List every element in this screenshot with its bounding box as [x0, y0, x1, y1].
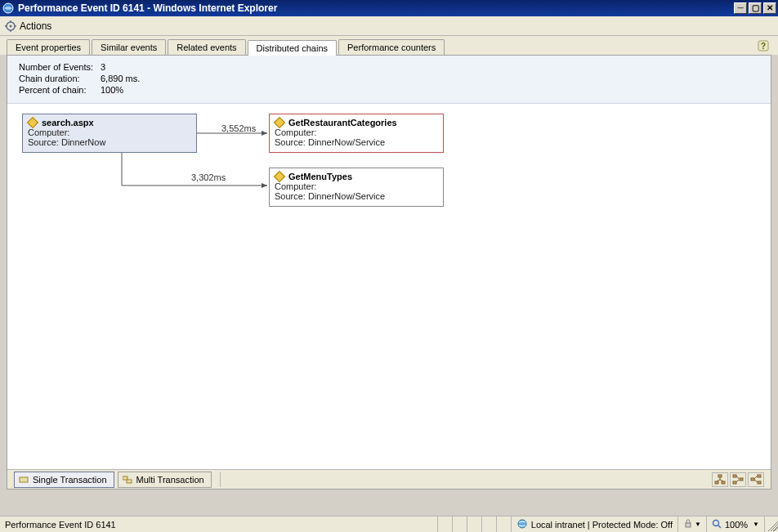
node-title: search.aspx [42, 118, 94, 127]
svg-line-25 [718, 525, 721, 528]
close-button[interactable]: ✕ [763, 2, 776, 14]
svg-rect-20 [758, 475, 761, 477]
status-slot-2 [453, 516, 467, 532]
view-toolbar: Single Transaction Multi Transaction [7, 469, 771, 489]
status-slot-1 [438, 516, 453, 532]
svg-rect-13 [718, 475, 722, 477]
chevron-down-icon: ▼ [753, 521, 759, 528]
maximize-button[interactable]: ▢ [749, 2, 762, 14]
svg-rect-18 [740, 478, 743, 481]
security-dropdown[interactable]: ▼ [678, 516, 707, 532]
svg-rect-14 [715, 481, 718, 484]
num-events-value: 3 [101, 62, 105, 72]
multi-transaction-icon [122, 474, 133, 485]
chain-summary: Number of Events: 3 Chain duration: 6,89… [7, 56, 771, 104]
svg-rect-10 [20, 477, 28, 482]
chain-arrows [7, 104, 771, 469]
tab-event-properties[interactable]: Event properties [7, 39, 90, 55]
single-transaction-label: Single Transaction [33, 475, 107, 485]
node-icon [27, 117, 38, 128]
toolbar-divider [220, 472, 221, 487]
duration-label: Chain duration: [19, 74, 101, 83]
resize-grip[interactable] [765, 518, 778, 531]
tab-related-events[interactable]: Related events [168, 39, 245, 55]
node-title: GetMenuTypes [288, 172, 352, 181]
svg-rect-17 [733, 481, 736, 484]
layout-button-1[interactable] [712, 472, 728, 487]
svg-rect-15 [722, 481, 725, 484]
layout-button-2[interactable] [730, 472, 746, 487]
status-slot-3 [467, 516, 482, 532]
svg-rect-11 [123, 476, 127, 480]
window-titlebar: Performance Event ID 6141 - Windows Inte… [0, 0, 778, 16]
security-zone-text: Local intranet | Protected Mode: Off [531, 520, 673, 530]
node-computer: Computer: [275, 181, 438, 191]
single-transaction-button[interactable]: Single Transaction [14, 472, 114, 488]
node-source: Source: DinnerNow [28, 137, 191, 147]
chain-diagram: 3,552ms 3,302ms search.aspx Computer: So… [7, 104, 771, 469]
svg-rect-12 [127, 480, 132, 483]
svg-text:?: ? [761, 42, 766, 51]
num-events-label: Number of Events: [19, 62, 101, 72]
status-text: Performance Event ID 6141 [0, 516, 438, 532]
content-frame: Number of Events: 3 Chain duration: 6,89… [7, 55, 771, 490]
zoom-value: 100% [725, 520, 748, 530]
svg-rect-23 [686, 523, 691, 527]
lock-icon [683, 519, 693, 530]
node-source: Source: DinnerNow/Service [275, 137, 438, 147]
multi-transaction-button[interactable]: Multi Transaction [118, 472, 212, 488]
security-zone[interactable]: Local intranet | Protected Mode: Off [512, 516, 678, 532]
node-icon [274, 171, 285, 182]
status-slot-5 [497, 516, 512, 532]
tab-performance-counters[interactable]: Performance counters [338, 39, 445, 55]
chain-node-search[interactable]: search.aspx Computer: Source: DinnerNow [22, 114, 197, 153]
help-icon[interactable]: ? [757, 39, 770, 52]
edge-label-1: 3,552ms [221, 123, 256, 133]
minimize-button[interactable]: ─ [734, 2, 747, 14]
node-title: GetRestaurantCategories [288, 118, 397, 127]
zoom-icon [712, 519, 722, 530]
tab-distributed-chains[interactable]: Distributed chains [248, 40, 337, 56]
tab-strip: Event properties Similar events Related … [0, 36, 778, 55]
chain-node-get-restaurant-categories[interactable]: GetRestaurantCategories Computer: Source… [269, 114, 444, 153]
actions-label[interactable]: Actions [20, 20, 51, 32]
node-icon [274, 117, 285, 128]
node-computer: Computer: [275, 127, 438, 137]
actions-icon [5, 20, 16, 32]
chain-node-get-menu-types[interactable]: GetMenuTypes Computer: Source: DinnerNow… [269, 168, 444, 207]
layout-button-3[interactable] [748, 472, 764, 487]
percent-value: 100% [101, 85, 123, 95]
actions-toolbar: Actions [0, 16, 778, 36]
multi-transaction-label: Multi Transaction [136, 475, 204, 485]
zoom-control[interactable]: 100% ▼ [707, 516, 765, 532]
status-slot-4 [482, 516, 497, 532]
chevron-down-icon: ▼ [695, 521, 701, 528]
edge-label-2: 3,302ms [191, 172, 226, 182]
node-source: Source: DinnerNow/Service [275, 191, 438, 201]
internet-zone-icon [516, 518, 528, 531]
window-title: Performance Event ID 6141 - Windows Inte… [18, 2, 732, 14]
tab-similar-events[interactable]: Similar events [92, 39, 166, 55]
internet-explorer-icon [2, 2, 15, 15]
duration-value: 6,890 ms. [101, 74, 140, 83]
svg-point-24 [713, 520, 718, 525]
node-computer: Computer: [28, 127, 191, 137]
svg-rect-19 [751, 478, 754, 481]
svg-rect-16 [733, 475, 736, 477]
svg-point-2 [10, 25, 12, 27]
status-bar: Performance Event ID 6141 Local intranet… [0, 516, 778, 532]
single-transaction-icon [18, 474, 29, 485]
svg-rect-21 [758, 481, 761, 484]
percent-label: Percent of chain: [19, 85, 101, 95]
